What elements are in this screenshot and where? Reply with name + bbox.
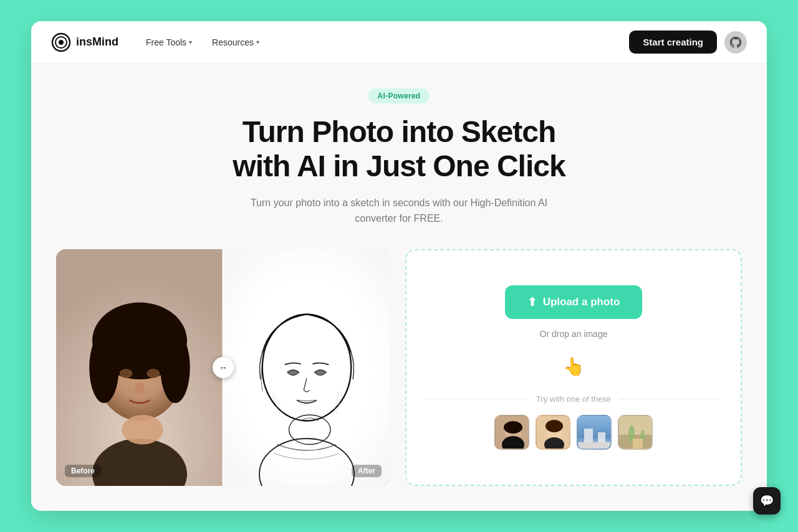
chat-button[interactable]: 💬 bbox=[753, 487, 781, 515]
upload-button-label: Upload a photo bbox=[543, 296, 620, 308]
logo: insMind bbox=[51, 32, 118, 52]
ai-powered-badge: AI-Powered bbox=[368, 88, 429, 103]
svg-rect-31 bbox=[584, 429, 593, 442]
svg-point-23 bbox=[504, 421, 522, 434]
after-label: After bbox=[352, 465, 382, 477]
drop-text: Or drop an image bbox=[540, 329, 608, 339]
upload-area[interactable]: ⬆ Upload a photo Or drop an image 👆 Try … bbox=[405, 249, 742, 486]
hero-title-line1: Turn Photo into Sketch bbox=[243, 115, 555, 148]
bottom-section: Before bbox=[56, 249, 742, 486]
sample-thumb-2[interactable] bbox=[536, 415, 570, 450]
navbar: insMind Free Tools ▾ Resources ▾ Start c… bbox=[31, 21, 767, 64]
upload-button[interactable]: ⬆ Upload a photo bbox=[505, 285, 643, 319]
resources-label: Resources bbox=[212, 37, 254, 47]
svg-point-2 bbox=[59, 40, 64, 45]
svg-point-7 bbox=[89, 332, 119, 403]
resources-menu[interactable]: Resources ▾ bbox=[204, 32, 267, 52]
divider-line-right bbox=[618, 399, 721, 399]
sample-thumb-1-img bbox=[496, 416, 529, 450]
svg-point-11 bbox=[135, 382, 144, 394]
free-tools-menu[interactable]: Free Tools ▾ bbox=[138, 32, 200, 52]
chevron-down-icon: ▾ bbox=[189, 39, 192, 45]
brand-name: insMind bbox=[76, 36, 118, 49]
compare-handle[interactable]: ↔ bbox=[213, 357, 234, 378]
start-creating-button[interactable]: Start creating bbox=[629, 31, 717, 54]
svg-point-8 bbox=[160, 332, 190, 403]
image-compare[interactable]: Before bbox=[56, 249, 390, 486]
before-side: Before bbox=[56, 249, 223, 486]
after-sketch bbox=[223, 249, 390, 486]
hand-pointer-icon: 👆 bbox=[563, 356, 585, 377]
before-label: Before bbox=[65, 465, 101, 477]
try-divider: Try with one of these bbox=[426, 394, 721, 404]
svg-point-9 bbox=[120, 369, 133, 378]
chat-icon: 💬 bbox=[760, 494, 774, 508]
hero-title: Turn Photo into Sketch with AI in Just O… bbox=[56, 115, 742, 183]
free-tools-label: Free Tools bbox=[146, 37, 186, 47]
chevron-down-icon: ▾ bbox=[256, 39, 259, 45]
before-photo bbox=[56, 249, 223, 486]
after-side: After bbox=[223, 249, 390, 486]
logo-icon bbox=[51, 32, 71, 52]
main-content: AI-Powered Turn Photo into Sketch with A… bbox=[31, 64, 767, 511]
after-sketch-svg bbox=[223, 249, 390, 486]
compare-inner: Before bbox=[56, 249, 390, 486]
sample-thumb-2-img bbox=[537, 416, 570, 450]
before-portrait-svg bbox=[56, 249, 223, 486]
github-icon bbox=[729, 36, 743, 49]
try-text: Try with one of these bbox=[536, 394, 611, 404]
nav-right: Start creating bbox=[629, 31, 747, 54]
nav-links: Free Tools ▾ Resources ▾ bbox=[138, 32, 609, 52]
sample-thumb-4[interactable] bbox=[618, 415, 653, 450]
sample-thumb-1[interactable] bbox=[494, 415, 529, 450]
svg-point-10 bbox=[147, 369, 160, 378]
browser-window: insMind Free Tools ▾ Resources ▾ Start c… bbox=[31, 21, 767, 511]
hero-title-line2: with AI in Just One Click bbox=[233, 150, 565, 183]
divider-line-left bbox=[426, 399, 529, 399]
sample-thumb-4-img bbox=[619, 416, 653, 450]
svg-rect-37 bbox=[633, 439, 643, 450]
svg-rect-30 bbox=[578, 442, 612, 450]
hero-section: AI-Powered Turn Photo into Sketch with A… bbox=[56, 88, 742, 227]
github-avatar[interactable] bbox=[724, 31, 747, 54]
sample-thumb-3-img bbox=[578, 416, 612, 450]
sample-images bbox=[494, 415, 653, 450]
svg-point-12 bbox=[122, 415, 164, 445]
sample-thumb-3[interactable] bbox=[577, 415, 612, 450]
hero-subtitle: Turn your photo into a sketch in seconds… bbox=[231, 195, 567, 227]
upload-icon: ⬆ bbox=[527, 295, 537, 309]
svg-point-27 bbox=[546, 420, 563, 432]
svg-rect-32 bbox=[598, 432, 605, 442]
